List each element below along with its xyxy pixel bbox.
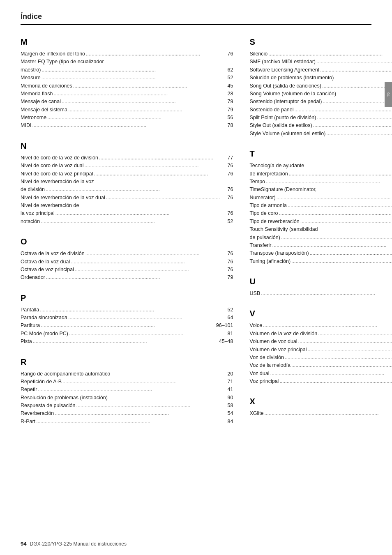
- entry-dots: ........................................…: [70, 258, 221, 266]
- entry-dots: ........................................…: [267, 50, 392, 58]
- entry-text: Tecnología de ayudante: [250, 162, 304, 170]
- entry-dots: ........................................…: [67, 314, 221, 322]
- entry-text: Ordenador: [21, 274, 45, 281]
- index-entry: de división ............................…: [21, 186, 233, 193]
- entry-text: la voz principal: [21, 210, 55, 217]
- entry-dots: ........................................…: [264, 410, 392, 417]
- index-entry: Tempo ..................................…: [250, 178, 392, 186]
- entry-text: Margen de inflexión del tono: [21, 50, 85, 58]
- entry-dots: ........................................…: [319, 66, 392, 74]
- entry-dots: ........................................…: [260, 290, 392, 297]
- entry-dots: ........................................…: [325, 130, 392, 138]
- section-letter: N: [21, 141, 233, 151]
- entry-text: Nivel de reverberación de la voz: [21, 178, 94, 186]
- index-entry: Margen de inflexión del tono ...........…: [21, 50, 233, 58]
- index-entry: Transpose (transposición) ..............…: [250, 249, 392, 257]
- entry-text: Voz de la melodía: [250, 362, 291, 369]
- index-entry: Memoria de canciones ...................…: [21, 82, 233, 90]
- entry-page-number: 76: [221, 186, 233, 193]
- index-entry: Silencio ...............................…: [250, 50, 392, 58]
- entry-dots: ........................................…: [265, 178, 392, 186]
- entry-text: Voz de división: [250, 354, 284, 362]
- entry-page-number: 90: [221, 394, 233, 402]
- entry-dots: ........................................…: [294, 106, 392, 114]
- entry-page-number: 76: [221, 250, 233, 258]
- entry-text: TimeSignature (Denominator,: [250, 186, 317, 193]
- entry-page-number: 76: [221, 50, 233, 58]
- section-letter: S: [250, 37, 392, 47]
- entry-text: maestro): [21, 66, 41, 74]
- index-entry: notación ...............................…: [21, 218, 233, 226]
- entry-page-number: 79: [221, 98, 233, 106]
- index-entry: Octava de la voz de división ...........…: [21, 250, 233, 258]
- entry-dots: ........................................…: [322, 98, 392, 106]
- entry-page-number: 79: [221, 106, 233, 114]
- entry-text: Numerator): [250, 194, 276, 202]
- entry-text: Sostenido de panel: [250, 106, 294, 114]
- entry-text: de pulsación): [250, 234, 280, 242]
- index-entry: maestro) ...............................…: [21, 66, 233, 74]
- index-entry: PC Mode (modo PC) ......................…: [21, 330, 233, 338]
- entry-text: USB: [250, 290, 261, 297]
- entry-text: Tipo de armonía: [250, 202, 287, 210]
- entry-text: Tipo de coro: [250, 210, 278, 217]
- tab-label: 94: [386, 92, 390, 97]
- index-entry: Transferir .............................…: [250, 242, 392, 249]
- index-entry: de pulsación) ..........................…: [250, 234, 392, 242]
- entry-text: Pantalla: [21, 306, 39, 314]
- entry-page-number: 79: [221, 274, 233, 281]
- section-letter: U: [250, 277, 392, 286]
- entry-dots: ........................................…: [84, 162, 221, 170]
- entry-text: Song Volume (volumen de la canción): [250, 90, 337, 98]
- entry-text: PC Mode (modo PC): [21, 330, 68, 338]
- footer-page-number: 94: [21, 541, 26, 547]
- entry-dots: ........................................…: [72, 82, 221, 90]
- index-entry: Song Volume (volumen de la canción) 71: [250, 90, 392, 98]
- entry-dots: ........................................…: [41, 74, 221, 82]
- entry-page-number: 20: [221, 370, 233, 378]
- entry-dots: ........................................…: [93, 170, 221, 178]
- index-entry: Repetir ................................…: [21, 386, 233, 394]
- entry-text: Measure: [21, 74, 41, 82]
- entry-text: Volumen de la voz de división: [250, 330, 318, 338]
- entry-page-number: 76: [221, 194, 233, 202]
- entry-text: XGlite: [250, 410, 264, 417]
- entry-page-number: 52: [221, 74, 233, 82]
- page-title: Índice: [21, 12, 371, 25]
- index-entry: Voz de división ........................…: [250, 354, 392, 362]
- index-section-n: NNivel de coro de la voz de división ...…: [21, 141, 233, 226]
- index-section-u: UUSB ...................................…: [250, 277, 392, 297]
- entry-page-number: 78: [221, 122, 233, 129]
- index-entry: Octava de voz principal ................…: [21, 266, 233, 274]
- entry-text: Touch Sensitivity (sensibilidad: [250, 226, 318, 233]
- entry-text: Transpose (transposición): [250, 249, 309, 257]
- index-columns: MMargen de inflexión del tono ..........…: [21, 37, 371, 437]
- index-entry: Octava de la voz dual ..................…: [21, 258, 233, 266]
- entry-text: Octava de la voz de división: [21, 250, 85, 258]
- entry-text: de interpretación: [250, 170, 288, 178]
- entry-dots: ........................................…: [291, 258, 392, 265]
- entry-text: Software Licensing Agreement: [250, 66, 320, 74]
- index-entry: Numerator) .............................…: [250, 194, 392, 202]
- entry-text: Memoria flash: [21, 90, 53, 98]
- entry-text: Style Volume (volumen del estilo): [250, 130, 326, 138]
- entry-text: Voz dual: [250, 370, 270, 378]
- index-entry: Voz principal ..........................…: [250, 378, 392, 385]
- entry-text: Respuesta de pulsación: [21, 402, 75, 410]
- entry-page-number: 64: [221, 314, 233, 322]
- entry-dots: ........................................…: [68, 330, 221, 338]
- entry-text: Pista: [21, 338, 32, 345]
- entry-page-number: 76: [221, 258, 233, 266]
- entry-dots: ........................................…: [316, 58, 392, 66]
- entry-text: Nivel de coro de la voz dual: [21, 162, 84, 170]
- index-section-t: TTecnología de ayudante de interpretació…: [250, 149, 392, 265]
- entry-dots: ........................................…: [45, 186, 221, 193]
- entry-dots: ........................................…: [284, 354, 392, 362]
- entry-text: Octava de la voz dual: [21, 258, 70, 266]
- index-entry: Reverberación ..........................…: [21, 410, 233, 417]
- entry-dots: ........................................…: [312, 122, 392, 129]
- entry-dots: ........................................…: [297, 338, 392, 345]
- entry-dots: ........................................…: [291, 362, 392, 369]
- index-entry: Tipo de coro ...........................…: [250, 210, 392, 217]
- entry-page-number: 76: [221, 210, 233, 217]
